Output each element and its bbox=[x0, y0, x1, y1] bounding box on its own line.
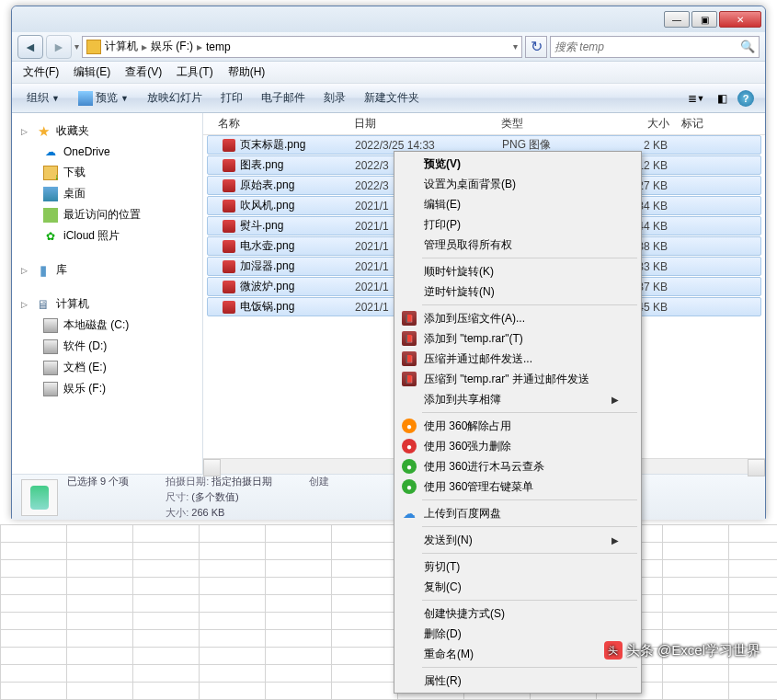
png-icon bbox=[223, 139, 235, 152]
preview-pane-button[interactable]: ◧ bbox=[712, 89, 732, 108]
ctx-360-menu[interactable]: ●使用 360管理右键菜单 bbox=[396, 476, 639, 497]
sidebar-downloads[interactable]: 下载 bbox=[16, 162, 202, 183]
rar-icon: 📕 bbox=[402, 311, 417, 326]
toolbar: 组织▼ 预览▼ 放映幻灯片 打印 电子邮件 刻录 新建文件夹 ≣ ▼ ◧ ? bbox=[12, 84, 765, 113]
sidebar-disk-f[interactable]: 娱乐 (F:) bbox=[16, 378, 202, 399]
col-size[interactable]: 大小 bbox=[600, 116, 676, 132]
maximize-button[interactable]: ▣ bbox=[691, 11, 717, 28]
navigation-bar: ◄ ► ▾ 计算机 ▸ 娱乐 (F:) ▸ temp ▾ ↻ 🔍 bbox=[12, 32, 765, 62]
breadcrumb-drive[interactable]: 娱乐 (F:) bbox=[151, 39, 193, 54]
selection-count: 已选择 9 个项 bbox=[67, 475, 129, 488]
favorites-root[interactable]: ▷★收藏夹 bbox=[16, 120, 202, 142]
print-button[interactable]: 打印 bbox=[211, 90, 252, 106]
sidebar-onedrive[interactable]: ☁OneDrive bbox=[16, 142, 202, 162]
titlebar[interactable]: — ▣ ✕ bbox=[12, 6, 765, 32]
search-box[interactable]: 🔍 bbox=[550, 36, 760, 58]
png-icon bbox=[223, 240, 235, 253]
menu-edit[interactable]: 编辑(E) bbox=[66, 64, 118, 80]
ctx-360-delete[interactable]: ●使用 360强力删除 bbox=[396, 436, 639, 456]
view-mode-button[interactable]: ≣ ▼ bbox=[686, 89, 706, 108]
sidebar-desktop[interactable]: 桌面 bbox=[16, 183, 202, 204]
breadcrumb-folder[interactable]: temp bbox=[206, 40, 231, 53]
menu-help[interactable]: 帮助(H) bbox=[221, 64, 273, 80]
libraries-root[interactable]: ▷▮库 bbox=[16, 259, 202, 281]
sidebar-disk-c[interactable]: 本地磁盘 (C:) bbox=[16, 315, 202, 336]
rar-icon: 📕 bbox=[402, 351, 417, 366]
preview-icon bbox=[78, 91, 93, 106]
ctx-edit[interactable]: 编辑(E) bbox=[396, 194, 639, 214]
baidu-icon: ☁ bbox=[402, 506, 417, 521]
forward-button[interactable]: ► bbox=[46, 35, 72, 59]
history-dropdown-icon[interactable]: ▾ bbox=[74, 41, 79, 52]
newfolder-button[interactable]: 新建文件夹 bbox=[355, 90, 428, 106]
email-button[interactable]: 电子邮件 bbox=[252, 90, 314, 106]
ctx-add-rar[interactable]: 📕添加到 "temp.rar"(T) bbox=[396, 328, 639, 349]
file-name: 电饭锅.png bbox=[240, 299, 294, 315]
ctx-rotate-cw[interactable]: 顺时针旋转(K) bbox=[396, 261, 639, 281]
menu-tools[interactable]: 工具(T) bbox=[169, 64, 220, 80]
submenu-arrow-icon: ▶ bbox=[611, 535, 619, 545]
ctx-rotate-ccw[interactable]: 逆时针旋转(N) bbox=[396, 281, 639, 302]
ctx-copy[interactable]: 复制(C) bbox=[396, 577, 639, 597]
submenu-arrow-icon: ▶ bbox=[611, 395, 619, 405]
address-bar[interactable]: 计算机 ▸ 娱乐 (F:) ▸ temp ▾ bbox=[82, 36, 522, 58]
back-arrow-icon: ◄ bbox=[24, 40, 37, 54]
col-tag[interactable]: 标记 bbox=[676, 116, 731, 132]
computer-root[interactable]: ▷🖥计算机 bbox=[16, 293, 202, 315]
ctx-delete[interactable]: 删除(D) bbox=[396, 624, 639, 644]
menu-view[interactable]: 查看(V) bbox=[118, 64, 169, 80]
sidebar-disk-e[interactable]: 文档 (E:) bbox=[16, 357, 202, 378]
close-button[interactable]: ✕ bbox=[719, 11, 761, 28]
ctx-share-album[interactable]: 添加到共享相簿▶ bbox=[396, 389, 639, 409]
sidebar-recent[interactable]: 最近访问的位置 bbox=[16, 204, 202, 225]
back-button[interactable]: ◄ bbox=[17, 35, 43, 59]
column-headers: 名称 日期 类型 大小 标记 bbox=[203, 113, 765, 135]
help-button[interactable]: ? bbox=[737, 90, 754, 107]
search-input[interactable] bbox=[554, 40, 740, 53]
ctx-cut[interactable]: 剪切(T) bbox=[396, 557, 639, 577]
refresh-icon: ↻ bbox=[531, 38, 543, 55]
breadcrumb-computer[interactable]: 计算机 bbox=[105, 39, 138, 54]
ctx-zip-mail2[interactable]: 📕压缩到 "temp.rar" 并通过邮件发送 bbox=[396, 369, 639, 389]
file-name: 熨斗.png bbox=[240, 218, 283, 234]
preview-button[interactable]: 预览▼ bbox=[69, 90, 138, 106]
ctx-rename[interactable]: 重命名(M) bbox=[396, 644, 639, 664]
ctx-add-archive[interactable]: 📕添加到压缩文件(A)... bbox=[396, 308, 639, 328]
search-icon[interactable]: 🔍 bbox=[740, 40, 755, 53]
360-icon: ● bbox=[402, 479, 417, 494]
slideshow-button[interactable]: 放映幻灯片 bbox=[138, 90, 211, 106]
ctx-preview[interactable]: 预览(V) bbox=[396, 154, 639, 174]
ctx-print[interactable]: 打印(P) bbox=[396, 214, 639, 235]
recent-icon bbox=[43, 208, 58, 223]
col-name[interactable]: 名称 bbox=[212, 116, 349, 132]
360-icon: ● bbox=[402, 439, 417, 453]
file-name: 吹风机.png bbox=[240, 198, 294, 213]
burn-button[interactable]: 刻录 bbox=[314, 90, 355, 106]
sidebar-disk-d[interactable]: 软件 (D:) bbox=[16, 336, 202, 357]
ctx-sendto[interactable]: 发送到(N)▶ bbox=[396, 530, 639, 550]
file-name: 原始表.png bbox=[240, 178, 294, 193]
menu-file[interactable]: 文件(F) bbox=[16, 64, 66, 80]
col-date[interactable]: 日期 bbox=[349, 116, 496, 132]
ctx-wallpaper[interactable]: 设置为桌面背景(B) bbox=[396, 174, 639, 194]
icloud-icon: ✿ bbox=[43, 229, 58, 244]
desktop-icon bbox=[43, 187, 58, 201]
col-type[interactable]: 类型 bbox=[496, 116, 600, 132]
png-icon bbox=[223, 220, 235, 233]
ctx-360-unlock[interactable]: ●使用 360解除占用 bbox=[396, 416, 639, 436]
ctx-shortcut[interactable]: 创建快捷方式(S) bbox=[396, 603, 639, 624]
refresh-button[interactable]: ↻ bbox=[525, 36, 547, 58]
ctx-admin[interactable]: 管理员取得所有权 bbox=[396, 235, 639, 255]
ctx-properties[interactable]: 属性(R) bbox=[396, 671, 639, 691]
ctx-baidu[interactable]: ☁上传到百度网盘 bbox=[396, 503, 639, 523]
sidebar-icloud[interactable]: ✿iCloud 照片 bbox=[16, 225, 202, 247]
computer-icon: 🖥 bbox=[36, 297, 51, 312]
disk-icon bbox=[43, 318, 58, 333]
ctx-360-scan[interactable]: ●使用 360进行木马云查杀 bbox=[396, 456, 639, 476]
minimize-button[interactable]: — bbox=[664, 11, 690, 28]
organize-button[interactable]: 组织▼ bbox=[17, 90, 69, 106]
library-icon: ▮ bbox=[36, 263, 51, 278]
ctx-zip-mail[interactable]: 📕压缩并通过邮件发送... bbox=[396, 349, 639, 369]
disk-icon bbox=[43, 361, 58, 375]
address-dropdown-icon[interactable]: ▾ bbox=[513, 41, 518, 52]
